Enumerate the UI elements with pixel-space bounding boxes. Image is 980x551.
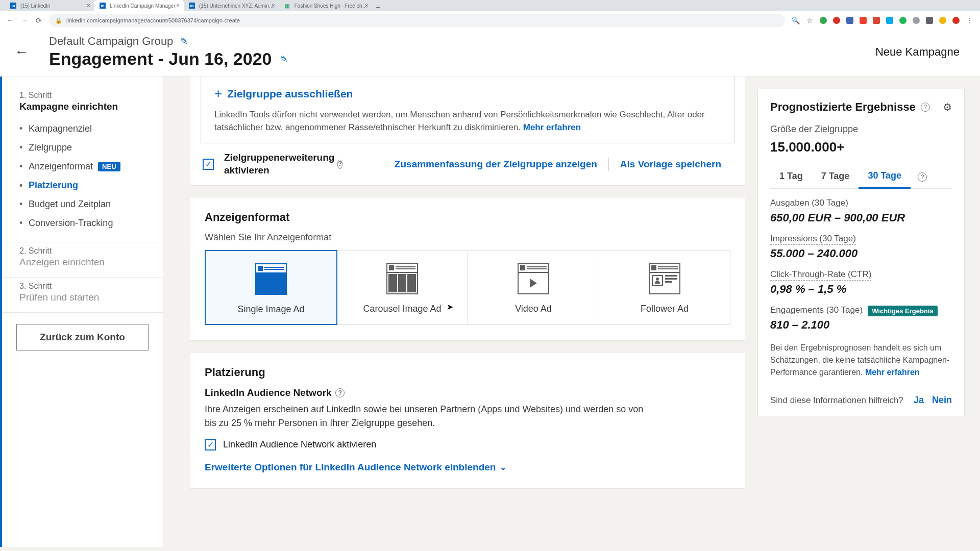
tab-title: LinkedIn Campaign Manager: [110, 3, 175, 9]
day-tab-7[interactable]: 7 Tage: [812, 166, 859, 188]
linkedin-favicon: in: [189, 3, 195, 9]
extension-icon[interactable]: [873, 17, 880, 24]
ad-format-grid: Single Image Ad Carousel Image Ad Video …: [205, 250, 730, 325]
forward-icon[interactable]: →: [20, 16, 29, 24]
placement-title: Platzierung: [205, 366, 730, 379]
helpful-row: Sind diese Informationen hilfreich? Ja N…: [770, 387, 952, 407]
browser-tab[interactable]: in LinkedIn Campaign Manager ×: [94, 0, 184, 11]
step-number: 3. Schritt: [19, 282, 149, 291]
sidebar-item-budget[interactable]: Budget und Zeitplan: [19, 195, 149, 214]
ad-format-title: Anzeigenformat: [205, 211, 730, 224]
back-arrow[interactable]: ←: [14, 44, 29, 60]
close-icon[interactable]: ×: [87, 2, 90, 9]
lan-checkbox[interactable]: ✓: [205, 439, 216, 450]
ad-format-carousel[interactable]: Carousel Image Ad: [337, 251, 468, 324]
main-content: + Zielgruppe ausschließen LinkedIn Tools…: [163, 77, 757, 547]
sidebar-item-label: Budget und Zeitplan: [29, 199, 111, 210]
back-to-account-button[interactable]: Zurück zum Konto: [16, 324, 149, 350]
sidebar-item-ad-format[interactable]: AnzeigenformatNEU: [19, 157, 149, 176]
avatar-icon[interactable]: [939, 17, 946, 24]
yes-button[interactable]: Ja: [914, 395, 924, 406]
step-2[interactable]: 2. Schritt Anzeigen einrichten: [2, 242, 163, 278]
metric-label: Ausgaben (30 Tage): [770, 198, 848, 209]
plus-icon: +: [214, 86, 222, 102]
audience-disclaimer: LinkedIn Tools dürfen nicht verwendet we…: [214, 109, 721, 134]
sheets-favicon: ▦: [284, 3, 290, 9]
url-text: linkedin.com/campaignmanager/account/508…: [66, 17, 240, 23]
edit-campaign-icon[interactable]: ✎: [280, 54, 288, 65]
metric-spend: Ausgaben (30 Tage) 650,00 EUR – 900,00 E…: [770, 198, 952, 224]
sidebar-item-placement[interactable]: Platzierung: [19, 176, 149, 195]
browser-tab[interactable]: in (15) LinkedIn ×: [5, 0, 94, 11]
gear-icon[interactable]: ⚙: [943, 101, 952, 113]
lan-description: Ihre Anzeigen erscheinen auf LinkedIn so…: [205, 403, 644, 430]
browser-tab[interactable]: ▦ Fashion Shoes High · Free ph… ×: [279, 0, 373, 11]
metric-value: 0,98 % – 1,5 %: [770, 283, 952, 296]
no-button[interactable]: Nein: [932, 395, 952, 406]
format-label: Follower Ad: [604, 304, 725, 314]
extension-icon[interactable]: [913, 17, 920, 24]
reload-icon[interactable]: ⟳: [35, 16, 43, 24]
audience-summary-link[interactable]: Zusammenfassung der Zielgruppe anzeigen: [383, 159, 608, 170]
forecast-title: Prognostizierte Ergebnisse: [770, 101, 916, 114]
forecast-panel: Prognostizierte Ergebnisse ? ⚙ Größe der…: [757, 77, 980, 547]
step-3[interactable]: 3. Schritt Prüfen und starten: [2, 278, 163, 313]
extension-icon[interactable]: [860, 17, 867, 24]
metric-label: Engagements (30 Tage): [770, 305, 863, 316]
address-bar[interactable]: 🔒 linkedin.com/campaignmanager/account/5…: [49, 14, 785, 27]
extension-icon[interactable]: [820, 17, 827, 24]
step-number: 2. Schritt: [19, 246, 149, 256]
help-icon[interactable]: ?: [335, 388, 345, 397]
back-icon[interactable]: ←: [6, 16, 14, 24]
browser-tab[interactable]: in (15) Unternehmen XYZ: Admin… ×: [184, 0, 279, 11]
ad-format-follower[interactable]: Follower Ad: [599, 251, 730, 324]
follower-icon: [649, 263, 680, 294]
day-tab-30[interactable]: 30 Tage: [859, 165, 911, 189]
browser-chrome: in (15) LinkedIn × in LinkedIn Campaign …: [0, 0, 980, 30]
sidebar: 1. Schritt Kampagne einrichten Kampagnen…: [0, 77, 163, 547]
sidebar-item-objective[interactable]: Kampagnenziel: [19, 119, 149, 138]
help-icon[interactable]: ?: [337, 160, 342, 169]
extension-icon[interactable]: [899, 17, 906, 24]
sidebar-item-label: Conversion-Tracking: [29, 218, 113, 229]
close-icon[interactable]: ×: [365, 2, 369, 9]
close-icon[interactable]: ×: [272, 2, 275, 9]
lan-checkbox-row: ✓ LinkedIn Audience Network aktivieren: [205, 439, 730, 450]
help-icon[interactable]: ?: [921, 103, 930, 112]
zoom-icon[interactable]: 🔍: [791, 16, 799, 24]
learn-more-link[interactable]: Mehr erfahren: [865, 368, 920, 377]
edit-group-icon[interactable]: ✎: [180, 36, 188, 47]
extension-icon[interactable]: [846, 17, 853, 24]
extension-icons: 🔍 ☆ ⋮: [791, 16, 974, 24]
new-tab-button[interactable]: +: [373, 3, 384, 11]
menu-icon[interactable]: ⋮: [966, 16, 974, 24]
linkedin-favicon: in: [100, 3, 106, 9]
exclude-label: Zielgruppe ausschließen: [227, 88, 353, 100]
star-icon[interactable]: ☆: [805, 16, 814, 24]
sidebar-item-audience[interactable]: Zielgruppe: [19, 138, 149, 157]
ad-format-single-image[interactable]: Single Image Ad: [205, 250, 337, 325]
sidebar-item-conversion[interactable]: Conversion-Tracking: [19, 214, 149, 233]
exclude-audience-link[interactable]: + Zielgruppe ausschließen: [214, 86, 721, 102]
close-icon[interactable]: ×: [176, 2, 180, 9]
ad-format-video[interactable]: Video Ad: [468, 251, 599, 324]
expansion-checkbox[interactable]: ✓: [203, 159, 214, 170]
save-template-link[interactable]: Als Vorlage speichern: [609, 159, 732, 170]
tab-title: (15) LinkedIn: [20, 3, 50, 9]
metric-impressions: Impressions (30 Tage) 55.000 – 240.000: [770, 234, 952, 260]
extension-icon[interactable]: [833, 17, 840, 24]
extension-icon[interactable]: [886, 17, 893, 24]
help-icon[interactable]: ?: [918, 172, 927, 182]
extension-icon[interactable]: [952, 17, 960, 24]
new-campaign-label: Neue Kampagne: [875, 45, 960, 59]
footer-text: Bei den Ergebnisprognosen handelt es sic…: [770, 343, 949, 377]
audience-size-value: 15.000.000+: [770, 139, 952, 155]
format-label: Carousel Image Ad: [342, 304, 462, 314]
metric-value: 55.000 – 240.000: [770, 247, 952, 260]
ad-format-subtitle: Wählen Sie Ihr Anzeigenformat: [205, 232, 730, 243]
carousel-icon: [386, 263, 418, 294]
lan-expand-link[interactable]: Erweiterte Optionen für LinkedIn Audienc…: [205, 462, 730, 473]
day-tab-1[interactable]: 1 Tag: [770, 166, 812, 188]
extension-icon[interactable]: [926, 17, 933, 24]
learn-more-link[interactable]: Mehr erfahren: [523, 122, 581, 132]
